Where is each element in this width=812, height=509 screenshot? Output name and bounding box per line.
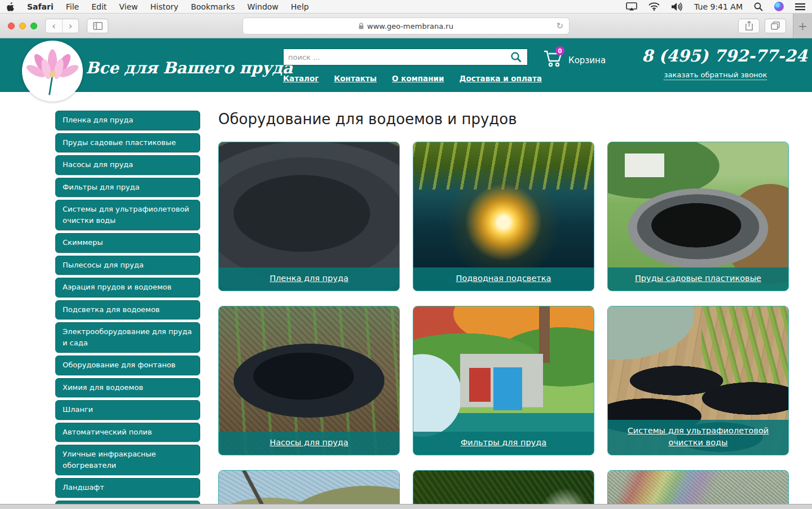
category-card-link[interactable]: Фильтры для пруда — [461, 438, 546, 447]
sidebar-category-item[interactable]: Химия для водоемов — [55, 378, 200, 398]
search-bar — [283, 49, 528, 65]
category-card[interactable]: Системы для ультрафиолетовой очистки вод… — [607, 306, 789, 455]
sidebar-category-item[interactable]: Ландшафт — [55, 478, 200, 498]
reload-button[interactable]: ↻ — [556, 21, 563, 31]
address-bar[interactable]: www.geo-membrana.ru ↻ — [242, 17, 570, 34]
category-card[interactable] — [607, 470, 789, 504]
category-card-image — [413, 471, 594, 504]
site-nav-link[interactable]: Доставка и оплата — [459, 74, 541, 83]
sidebar-category-item[interactable]: Шланги — [55, 400, 200, 420]
category-card-image — [608, 471, 788, 504]
menu-item-help[interactable]: Help — [291, 2, 309, 11]
menu-bar-clock[interactable]: Tue 9:41 AM — [694, 2, 743, 11]
category-card-link[interactable]: Насосы для пруда — [270, 438, 348, 447]
site-header: Все для Вашего пруда КаталогКонтактыО ко… — [0, 38, 812, 92]
cart-widget[interactable]: 0 Корзина — [543, 50, 606, 68]
category-card[interactable]: Пруды садовые пластиковые — [607, 142, 789, 291]
wifi-icon[interactable] — [648, 2, 660, 11]
category-card-caption: Пруды садовые пластиковые — [608, 267, 788, 291]
category-card[interactable]: Фильтры для пруда — [413, 306, 594, 455]
sidebar-category-item[interactable]: Пленка для пруда — [55, 111, 200, 130]
sidebar-category-item[interactable]: Аэрация прудов и водоемов — [55, 278, 200, 297]
category-card[interactable]: Пленка для пруда — [218, 142, 400, 291]
cart-icon: 0 — [543, 50, 563, 68]
site-logo[interactable] — [22, 41, 83, 102]
cart-label: Корзина — [568, 55, 606, 68]
cart-count-badge: 0 — [555, 46, 564, 55]
callback-request-link[interactable]: заказать обратный звонок — [664, 71, 767, 79]
category-card-caption: Насосы для пруда — [219, 432, 399, 455]
sidebar-category-item[interactable]: Электрооборудование для пруда и сада — [55, 322, 200, 353]
window-bottom-edge — [0, 504, 812, 509]
category-card[interactable]: Подводная подсветка — [413, 142, 594, 291]
site-tagline: Все для Вашего пруда — [86, 59, 293, 77]
category-card-link[interactable]: Системы для ультрафиолетовой очистки вод… — [628, 426, 769, 447]
page-title: Оборудование для водоемов и прудов — [218, 111, 789, 128]
category-card[interactable] — [413, 470, 594, 504]
sidebar-category-item[interactable]: Автоматический полив — [55, 423, 200, 442]
sidebar-category-item[interactable]: Пруды садовые пластиковые — [55, 133, 200, 153]
volume-icon[interactable] — [671, 2, 683, 11]
site-nav-link[interactable]: Каталог — [283, 74, 319, 83]
spotlight-search-icon[interactable] — [754, 2, 763, 11]
siri-icon[interactable] — [774, 2, 784, 11]
apple-menu-icon[interactable] — [7, 2, 15, 11]
menu-item-safari[interactable]: Safari — [27, 2, 54, 11]
category-card-caption: Подводная подсветка — [413, 267, 594, 291]
sidebar-category-item[interactable]: Оборудование для фонтанов — [55, 356, 200, 375]
sidebar-category-item[interactable]: Насосы для пруда — [55, 155, 200, 175]
new-tab-button[interactable]: + — [793, 14, 812, 38]
tab-overview-button[interactable] — [765, 19, 786, 33]
category-card-link[interactable]: Подводная подсветка — [456, 274, 551, 283]
category-card-caption: Системы для ультрафиолетовой очистки вод… — [608, 420, 788, 455]
airplay-display-icon[interactable] — [626, 2, 637, 11]
minimize-window-button[interactable] — [19, 23, 26, 29]
search-submit-icon[interactable] — [509, 50, 523, 64]
sidebar-category-item[interactable]: Системы для ультрафиолетовой очистки вод… — [55, 200, 200, 230]
search-input[interactable] — [288, 53, 509, 62]
category-sidebar: Пленка для прудаПруды садовые пластиковы… — [55, 111, 200, 504]
category-card-link[interactable]: Пленка для пруда — [270, 274, 348, 283]
site-nav: КаталогКонтактыО компанииДоставка и опла… — [283, 74, 542, 83]
notification-center-icon[interactable] — [795, 3, 805, 11]
browser-toolbar: ‹ › www.geo-membrana.ru ↻ + — [0, 14, 812, 38]
menu-item-window[interactable]: Window — [248, 2, 279, 11]
window-controls — [8, 23, 37, 29]
sidebar-category-item[interactable]: Пылесосы для пруда — [55, 256, 200, 275]
share-button[interactable] — [738, 19, 760, 33]
web-page: Все для Вашего пруда КаталогКонтактыО ко… — [0, 38, 812, 504]
menu-item-view[interactable]: View — [119, 2, 138, 11]
macos-menu-bar: Safari File Edit View History Bookmarks … — [0, 0, 812, 14]
site-nav-link[interactable]: О компании — [392, 74, 444, 83]
zoom-window-button[interactable] — [30, 23, 37, 29]
menu-item-history[interactable]: History — [151, 2, 179, 11]
category-card[interactable]: Насосы для пруда — [218, 306, 400, 455]
sidebar-category-item[interactable]: Подсветка для водоемов — [55, 300, 200, 320]
close-window-button[interactable] — [8, 23, 15, 29]
category-card-link[interactable]: Пруды садовые пластиковые — [635, 274, 761, 283]
category-card-caption: Фильтры для пруда — [413, 432, 594, 455]
category-card[interactable] — [218, 470, 400, 504]
sidebar-toggle-button[interactable] — [87, 19, 108, 33]
site-nav-link[interactable]: Контакты — [334, 74, 377, 83]
menu-item-file[interactable]: File — [66, 2, 79, 11]
category-card-caption: Пленка для пруда — [219, 267, 399, 291]
back-button[interactable]: ‹ — [46, 19, 62, 33]
phone-number: 8 (495) 792-77-24 — [642, 46, 789, 65]
category-card-grid: Пленка для пруда Подводная подсветка Пру… — [218, 142, 789, 504]
tls-lock-icon — [359, 21, 364, 32]
sidebar-category-item[interactable]: Фильтры для пруда — [55, 178, 200, 198]
url-text: www.geo-membrana.ru — [367, 22, 453, 30]
category-card-image — [219, 471, 399, 504]
forward-button[interactable]: › — [62, 19, 78, 33]
menu-item-bookmarks[interactable]: Bookmarks — [191, 2, 235, 11]
sidebar-category-item[interactable]: Уличные инфракрасные обогреватели — [55, 445, 200, 475]
sidebar-category-item[interactable]: Скиммеры — [55, 233, 200, 253]
menu-item-edit[interactable]: Edit — [91, 2, 107, 11]
lotus-logo-icon — [27, 45, 78, 97]
